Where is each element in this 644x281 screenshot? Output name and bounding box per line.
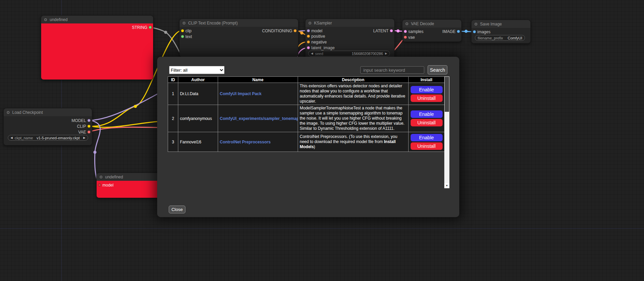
input-slot-label: negative [311,40,327,45]
increment-arrow-icon[interactable]: ▶ [83,137,85,139]
extension-id-cell: 3 [168,132,178,152]
seed-widget[interactable]: ◀ seed 156680208700286 ▶ [308,51,390,56]
uninstall-button[interactable]: Uninstall [411,94,443,102]
input-pin-latent-image[interactable] [307,46,310,49]
output-pin-clip[interactable] [87,125,90,128]
collapse-dot-icon[interactable] [7,111,10,114]
output-pin-model[interactable] [87,119,90,122]
increment-arrow-icon[interactable]: ▶ [385,52,387,55]
input-slot-label: positive [311,34,325,39]
wire-string [150,27,183,59]
search-input[interactable] [360,66,424,74]
collapse-dot-icon[interactable] [475,23,477,25]
input-pin-samples[interactable] [404,30,407,33]
node-body: samples vae IMAGE [402,28,461,41]
close-button[interactable]: Close [169,206,185,213]
decrement-arrow-icon[interactable]: ◀ [11,137,13,139]
input-slot-label: images [477,30,491,34]
node-undefined-string[interactable]: undefined STRING [41,15,153,80]
filename-prefix-widget[interactable]: filename_prefix ComfyUI [475,35,525,41]
table-header-row: ID Author Name Description Install [168,77,445,83]
decrement-arrow-icon[interactable]: ◀ [311,52,313,55]
output-pin-vae[interactable] [87,130,90,134]
node-title: KSampler [314,21,332,25]
enable-button[interactable]: Enable [411,110,443,118]
widget-label: seed [315,52,323,56]
input-slot-label: samples [408,29,424,34]
collapse-dot-icon[interactable] [406,22,408,25]
node-title: undefined [105,175,123,179]
wire-dot [300,32,303,35]
input-pin-images[interactable] [473,30,476,33]
wire-dot [94,151,97,154]
scrollbar-thumb[interactable] [445,77,449,112]
extension-description-cell: ControlNet Preprocessors. (To use this e… [298,132,409,152]
output-slot-label: LATENT [373,29,389,33]
filter-select[interactable]: Filter: all [169,66,225,74]
node-body: STRING [41,23,153,80]
node-header[interactable]: CLIP Text Encode (Prompt) [180,19,298,27]
node-body: images filename_prefix ComfyUI [472,28,530,43]
uninstall-button[interactable]: Uninstall [411,119,443,126]
extension-link[interactable]: ComfyUI_experiments/sampler_tonemap [220,116,298,121]
input-pin-model[interactable] [98,183,101,187]
scrollbar-down-button[interactable]: ▼ [444,183,449,188]
node-title: Save Image [480,22,502,27]
input-pin-clip[interactable] [181,29,184,32]
node-header[interactable]: Load Checkpoint [4,108,92,116]
description-text: ) [314,144,315,149]
node-body: MODEL CLIP VAE ◀ ckpt_name v1-5-pruned-e… [4,116,92,145]
header-name: Name [218,77,298,83]
extension-name-cell: ComfyUI Impact Pack [218,83,298,105]
output-pin-conditioning[interactable] [294,29,297,32]
node-save-image[interactable]: Save Image images filename_prefix ComfyU… [471,20,531,43]
extension-id-cell: 1 [168,83,178,105]
node-header[interactable]: undefined [41,16,153,23]
extension-link[interactable]: ControlNet Preprocessors [220,140,270,144]
node-header[interactable]: Save Image [472,20,530,28]
widget-label: filename_prefix [478,36,503,40]
node-clip-text-encode[interactable]: CLIP Text Encode (Prompt) clip text COND… [179,19,298,57]
input-slot-label: model [102,183,114,188]
input-slot-label: model [311,29,323,33]
collapse-dot-icon[interactable] [183,22,185,24]
extensions-table-body: 1Dr.Lt.DataComfyUI Impact PackThis exten… [168,83,445,152]
wire-dot [164,31,167,34]
extension-manager-dialog: Filter: all Search ID Author Name Descri… [157,57,459,217]
wire-dot [465,30,468,33]
uninstall-button[interactable]: Uninstall [411,142,443,150]
node-title: CLIP Text Encode (Prompt) [188,21,238,25]
input-pin-vae[interactable] [404,36,407,39]
node-body: clip text CONDITIONING [180,27,298,57]
widget-label: ckpt_name [15,136,33,140]
extension-description-cell: ModelSamplerTonemapNoiseTest a node that… [298,105,409,132]
output-slot-label: CONDITIONING [262,29,292,33]
node-header[interactable]: undefined [97,173,161,181]
node-ksampler[interactable]: KSampler model positive negative latent_… [305,19,395,59]
output-pin-latent[interactable] [390,29,393,32]
input-pin-model[interactable] [307,29,310,32]
collapse-dot-icon[interactable] [100,176,102,178]
output-pin-string[interactable] [149,26,152,29]
output-pin-image[interactable] [457,30,460,33]
collapse-dot-icon[interactable] [309,22,311,24]
extension-link[interactable]: ComfyUI Impact Pack [220,91,262,96]
collapse-dot-icon[interactable] [44,18,47,21]
node-vae-decode[interactable]: VAE Decode samples vae IMAGE [402,19,462,42]
node-header[interactable]: KSampler [306,19,394,27]
node-title: VAE Decode [411,21,434,26]
search-button[interactable]: Search [428,65,447,74]
output-slot-label: MODEL [71,118,86,123]
widget-value: ComfyUI [508,36,522,40]
extension-install-cell: EnableUninstall [409,105,445,132]
wire-dot [397,30,400,33]
node-undefined-model[interactable]: undefined model [96,173,161,198]
enable-button[interactable]: Enable [411,134,443,141]
enable-button[interactable]: Enable [411,86,443,93]
node-header[interactable]: VAE Decode [402,20,461,28]
input-pin-negative[interactable] [307,40,310,43]
input-pin-text[interactable] [181,35,184,38]
ckpt-name-widget[interactable]: ◀ ckpt_name v1-5-pruned-emaonly.ckpt ▶ [8,135,88,141]
node-load-checkpoint[interactable]: Load Checkpoint MODEL CLIP VAE ◀ ckpt_na… [3,108,92,145]
input-pin-positive[interactable] [307,35,310,38]
